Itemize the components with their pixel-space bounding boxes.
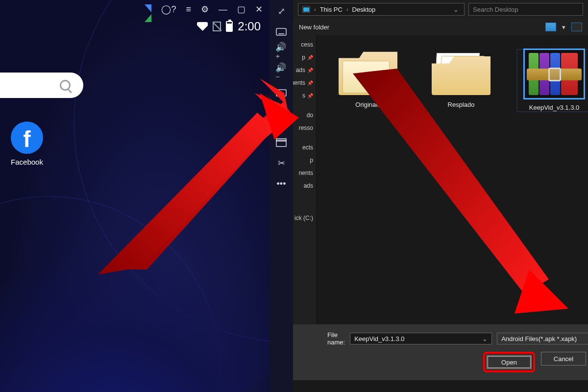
file-label: Resplado [424,101,498,108]
fullscreen-icon[interactable]: ⤢ [275,6,287,17]
file-open-dialog: › This PC › Desktop ⌄ Search Desktop New… [293,0,588,392]
emulator-side-toolbar: ⤢ 🔊⁺ 🔊⁻ APK ✂ ••• [270,0,293,392]
open-button-highlight: Open [483,352,535,372]
wifi-icon [197,22,208,31]
search-input[interactable]: Search Desktop [468,3,583,16]
svg-rect-0 [276,28,286,35]
volume-down-icon[interactable]: 🔊⁻ [275,68,287,78]
view-mode-button[interactable] [545,23,556,31]
nav-item[interactable]: nents [293,167,316,179]
app-label: Facebook [11,158,43,166]
file-item-selected[interactable]: KeepVid_v3.1.3.0 [517,50,588,111]
folder-item[interactable]: Resplado [424,50,498,108]
maximize-icon[interactable]: ▢ [237,4,245,15]
search-placeholder: Search Desktop [473,6,518,13]
file-manager-icon[interactable] [275,137,287,148]
breadcrumb-segment[interactable]: Desktop [352,6,376,13]
no-sim-icon [213,22,221,31]
navigation-pane[interactable]: cess p📌 ads📌 nents📌 s📌 do resso ects p n… [293,35,317,324]
pin-icon: 📌 [307,80,313,86]
nav-item[interactable]: p [293,154,316,167]
emulator-window-titlebar: ◯? ≡ ⚙ — ▢ ✕ [138,0,270,19]
file-type-dropdown[interactable]: Android Files(*.apk *.xapk) [497,333,588,344]
android-status-bar: 2:00 [197,20,261,33]
folder-icon [432,50,490,95]
open-button[interactable]: Open [487,355,532,369]
pin-icon: 📌 [307,68,313,73]
facebook-icon: f [11,122,43,154]
app-shortcut-facebook[interactable]: f Facebook [11,122,43,166]
nav-item[interactable]: s📌 [293,89,316,102]
dialog-footer: File name: KeepVid_v3.1.3.0 ⌄ Android Fi… [293,324,588,380]
chevron-down-icon[interactable]: ▾ [562,24,565,31]
nav-item[interactable]: p📌 [293,51,316,64]
pin-icon: 📌 [307,55,313,60]
file-name-input[interactable]: KeepVid_v3.1.3.0 ⌄ [350,333,492,344]
apk-icon: APK [276,113,287,123]
more-icon[interactable]: ••• [275,178,287,189]
nav-item[interactable]: do [293,109,316,122]
cancel-button[interactable]: Cancel [541,352,586,366]
clock-text: 2:00 [238,20,261,33]
scissors-icon[interactable]: ✂ [275,158,287,169]
emulator-home-screen: ◯? ≡ ⚙ — ▢ ✕ 2:00 f Facebook [0,0,270,392]
close-icon[interactable]: ✕ [255,4,263,15]
chevron-right-icon: › [346,6,348,12]
minimize-icon[interactable]: — [219,4,227,15]
chevron-down-icon[interactable]: ⌄ [451,6,460,13]
pin-icon: 📌 [307,93,313,98]
volume-up-icon[interactable]: 🔊⁺ [275,47,287,58]
nav-item[interactable]: resso [293,122,316,134]
nav-item[interactable]: ick (C:) [293,212,316,224]
file-name-label: File name: [327,331,345,346]
breadcrumb[interactable]: › This PC › Desktop ⌄ [298,3,465,16]
battery-icon [226,21,233,32]
this-pc-icon [302,6,310,13]
search-icon [60,80,71,91]
play-store-icon[interactable] [145,4,151,15]
archive-icon [525,50,584,98]
hamburger-icon[interactable]: ≡ [186,4,191,15]
svg-rect-2 [276,90,286,96]
folder-icon [339,50,397,95]
settings-gear-icon[interactable]: ⚙ [201,4,209,15]
nav-quick-access[interactable]: cess [293,38,316,51]
home-search-bar[interactable] [0,73,83,98]
nav-item[interactable]: ects [293,141,316,154]
chevron-down-icon[interactable]: ⌄ [482,335,488,343]
nav-item[interactable]: ads [293,179,316,192]
help-icon[interactable]: ◯? [161,4,176,15]
folder-item[interactable]: Originals [331,50,405,108]
chevron-right-icon: › [314,6,316,12]
nav-item[interactable]: ads📌 [293,64,316,76]
file-list[interactable]: Originals Resplado KeepVid_v3.1.3.0 [317,35,588,324]
dialog-toolbar: New folder ▾ [293,19,588,35]
breadcrumb-segment[interactable]: This PC [320,6,343,13]
preview-pane-button[interactable] [571,23,582,31]
file-label: Originals [331,101,405,108]
keyboard-icon[interactable] [275,26,287,37]
file-label: KeepVid_v3.1.3.0 [517,104,588,111]
nav-item[interactable]: nents📌 [293,76,316,89]
file-type-value: Android Files(*.apk *.xapk) [501,335,577,343]
dialog-address-bar-row: › This PC › Desktop ⌄ Search Desktop [293,0,588,19]
new-folder-button[interactable]: New folder [299,24,329,31]
file-name-value: KeepVid_v3.1.3.0 [354,335,404,343]
install-apk-button[interactable]: APK [272,109,290,127]
display-icon[interactable] [275,88,287,99]
